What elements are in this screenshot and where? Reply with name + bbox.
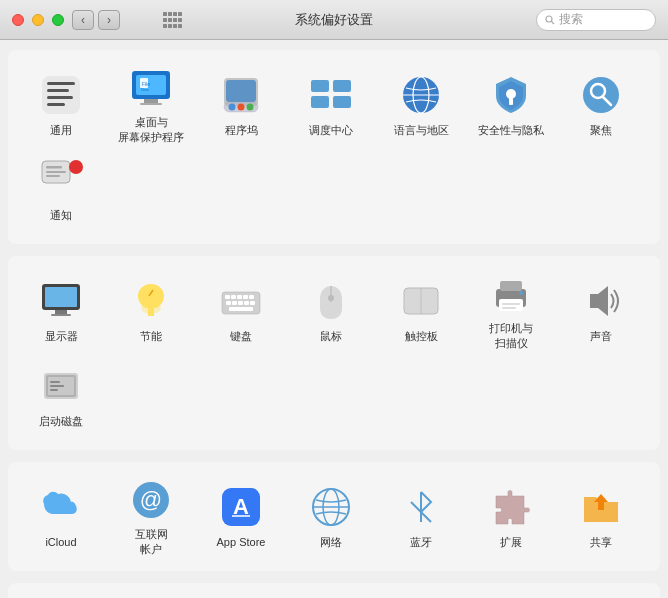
svg-rect-17	[47, 96, 73, 99]
svg-rect-78	[502, 303, 520, 305]
svg-rect-22	[140, 103, 162, 105]
desktop-label: 桌面与 屏幕保护程序	[118, 115, 184, 144]
grid-view-button[interactable]	[158, 10, 188, 30]
svg-point-32	[247, 104, 254, 111]
appstore-label: App Store	[217, 535, 266, 549]
network-label: 网络	[320, 535, 342, 549]
svg-rect-54	[51, 314, 71, 316]
internet-accounts-label: 互联网 帐户	[135, 527, 168, 556]
svg-point-40	[506, 89, 516, 99]
svg-rect-14	[42, 76, 80, 114]
extensions-label: 扩展	[500, 535, 522, 549]
extensions-icon	[487, 483, 535, 531]
pref-spotlight[interactable]: 聚焦	[556, 62, 646, 147]
pref-internet-accounts[interactable]: @ 互联网 帐户	[106, 474, 196, 559]
pref-language[interactable]: 语言与地区	[376, 62, 466, 147]
pref-sharing[interactable]: 共享	[556, 474, 646, 559]
keyboard-label: 键盘	[230, 329, 252, 343]
internet-accounts-icon: @	[127, 477, 175, 523]
minimize-button[interactable]	[32, 14, 44, 26]
pref-bluetooth[interactable]: 蓝牙	[376, 474, 466, 559]
search-placeholder: 搜索	[559, 11, 583, 28]
pref-energy[interactable]: 节能	[106, 268, 196, 353]
svg-rect-16	[47, 89, 69, 92]
pref-general[interactable]: 通用	[16, 62, 106, 147]
sharing-label: 共享	[590, 535, 612, 549]
spotlight-icon	[577, 71, 625, 119]
forward-button[interactable]: ›	[98, 10, 120, 30]
pref-desktop[interactable]: File New 桌面与 屏幕保护程序	[106, 62, 196, 147]
section-internet: iCloud @ 互联网 帐户 A	[8, 462, 660, 571]
section-hardware: 显示器 节能	[8, 256, 660, 450]
pref-keyboard[interactable]: 键盘	[196, 268, 286, 353]
svg-rect-15	[47, 82, 75, 85]
pref-appstore[interactable]: A App Store	[196, 474, 286, 559]
energy-icon	[127, 277, 175, 325]
general-icon	[37, 71, 85, 119]
notification-icon	[37, 156, 85, 204]
svg-rect-59	[225, 295, 230, 299]
display-icon	[37, 277, 85, 325]
trackpad-label: 触控板	[405, 329, 438, 343]
svg-rect-8	[163, 24, 167, 28]
svg-rect-67	[244, 301, 249, 305]
pref-notification[interactable]: 通知	[16, 147, 106, 232]
svg-point-12	[546, 16, 552, 22]
keyboard-icon	[217, 277, 265, 325]
pref-extensions[interactable]: 扩展	[466, 474, 556, 559]
close-button[interactable]	[12, 14, 24, 26]
svg-rect-3	[178, 12, 182, 16]
svg-rect-10	[173, 24, 177, 28]
svg-rect-86	[50, 389, 58, 391]
svg-rect-65	[232, 301, 237, 305]
back-button[interactable]: ‹	[72, 10, 94, 30]
pref-security[interactable]: 安全性与隐私	[466, 62, 556, 147]
svg-rect-9	[168, 24, 172, 28]
icloud-label: iCloud	[45, 535, 76, 549]
svg-point-42	[583, 77, 619, 113]
mission-label: 调度中心	[309, 123, 353, 137]
svg-rect-85	[50, 385, 64, 387]
svg-rect-5	[168, 18, 172, 22]
svg-rect-61	[237, 295, 242, 299]
svg-rect-64	[226, 301, 231, 305]
sound-label: 声音	[590, 329, 612, 343]
svg-rect-68	[250, 301, 255, 305]
svg-rect-0	[163, 12, 167, 16]
svg-text:@: @	[140, 487, 162, 512]
pref-network[interactable]: 网络	[286, 474, 376, 559]
pref-mouse[interactable]: 鼠标	[286, 268, 376, 353]
svg-rect-69	[229, 307, 253, 311]
sharing-icon	[577, 483, 625, 531]
pref-icloud[interactable]: iCloud	[16, 474, 106, 559]
pref-dock[interactable]: 程序坞	[196, 62, 286, 147]
nav-buttons: ‹ ›	[72, 10, 120, 30]
svg-rect-52	[45, 287, 77, 307]
section-system: 用户与群组 家长控制	[8, 583, 660, 598]
svg-rect-18	[47, 103, 65, 106]
pref-trackpad[interactable]: 触控板	[376, 268, 466, 353]
svg-rect-41	[509, 98, 513, 105]
pref-sound[interactable]: 声音	[556, 268, 646, 353]
startup-icon	[37, 362, 85, 410]
svg-rect-34	[333, 80, 351, 92]
svg-point-50	[69, 160, 83, 174]
pref-display[interactable]: 显示器	[16, 268, 106, 353]
pref-mission[interactable]: 调度中心	[286, 62, 376, 147]
svg-rect-21	[144, 99, 158, 103]
svg-rect-4	[163, 18, 167, 22]
startup-label: 启动磁盘	[39, 414, 83, 428]
pref-startup[interactable]: 启动磁盘	[16, 353, 106, 438]
language-icon	[397, 71, 445, 119]
svg-rect-47	[46, 166, 62, 169]
spotlight-label: 聚焦	[590, 123, 612, 137]
pref-printer[interactable]: 打印机与 扫描仪	[466, 268, 556, 353]
energy-label: 节能	[140, 329, 162, 343]
maximize-button[interactable]	[52, 14, 64, 26]
bluetooth-label: 蓝牙	[410, 535, 432, 549]
svg-rect-1	[168, 12, 172, 16]
desktop-icon: File New	[127, 65, 175, 111]
icloud-icon	[37, 483, 85, 531]
security-label: 安全性与隐私	[478, 123, 544, 137]
search-box[interactable]: 搜索	[536, 9, 656, 31]
